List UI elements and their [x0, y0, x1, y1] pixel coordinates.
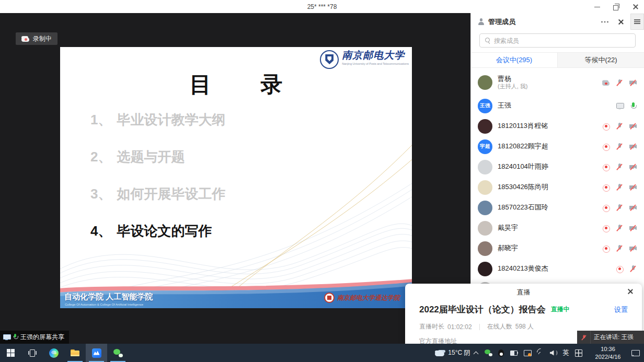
action-center-button[interactable]	[626, 344, 644, 362]
mic-off-icon[interactable]	[615, 163, 624, 171]
toc-item-number: 4、	[90, 222, 111, 240]
lang-indicator[interactable]: 英	[563, 348, 570, 357]
record-icon	[602, 183, 610, 192]
member-row[interactable]: 王强 王强	[471, 96, 644, 116]
members-panel-header: 管理成员	[471, 13, 644, 30]
share-label-text: 王强的屏幕共享	[20, 333, 64, 342]
member-row[interactable]: 18530426陈尚明	[471, 177, 644, 197]
mic-off-icon[interactable]	[629, 265, 637, 273]
member-status-icons	[592, 143, 637, 151]
avatar	[478, 160, 492, 174]
more-options-icon[interactable]	[601, 18, 609, 26]
mic-off-icon[interactable]	[615, 122, 624, 131]
clock-time: 10:36	[601, 345, 615, 353]
mic-on-icon[interactable]	[629, 102, 637, 110]
member-search-box[interactable]	[479, 33, 636, 48]
task-view-button[interactable]	[21, 344, 43, 362]
network-signal-icon[interactable]	[537, 350, 544, 356]
weather-widget[interactable]: 15°C 阴	[435, 344, 470, 362]
member-row[interactable]: 18240104叶雨婷	[471, 157, 644, 177]
record-icon	[602, 204, 610, 212]
cam-off-icon[interactable]	[629, 244, 637, 253]
search-icon	[485, 38, 491, 44]
member-status-icons	[592, 265, 637, 273]
tab-in-meeting[interactable]: 会议中(295)	[471, 53, 557, 67]
avatar	[478, 241, 492, 256]
mic-off-icon[interactable]	[615, 78, 624, 87]
close-panel-icon[interactable]	[617, 18, 624, 25]
member-row[interactable]: 18570223石国玲	[471, 197, 644, 218]
cam-off-icon[interactable]	[629, 78, 637, 87]
member-role: (主持人, 我)	[498, 83, 592, 90]
member-status-icons	[592, 122, 637, 131]
toc-item-number: 3、	[90, 185, 111, 203]
edge-browser-icon	[49, 348, 59, 358]
taskbar-clock[interactable]: 10:36 2022/4/16	[590, 344, 626, 362]
cam-off-icon[interactable]	[629, 183, 637, 192]
tencent-meeting-button[interactable]	[86, 344, 107, 362]
recording-badge: 录制中	[16, 32, 58, 45]
record-icon	[602, 143, 610, 151]
system-tray: 英	[474, 344, 587, 362]
toc-item-number: 1、	[90, 111, 111, 129]
cam-off-icon[interactable]	[629, 224, 637, 232]
cam-off-icon[interactable]	[629, 143, 637, 151]
person-icon	[477, 18, 485, 26]
speaking-indicator: 正在讲话: 王强	[577, 331, 644, 344]
member-row[interactable]: 戴昊宇	[471, 218, 644, 238]
member-row[interactable]: 郝晓宇	[471, 238, 644, 259]
weather-cloud-icon	[435, 350, 444, 356]
department-name: 自动化学院 人工智能学院	[64, 292, 153, 302]
screen-icon	[3, 334, 10, 340]
battery-icon[interactable]	[510, 351, 518, 355]
member-name: 曹杨	[498, 75, 592, 83]
member-name: 郝晓宇	[498, 244, 592, 252]
edge-browser-button[interactable]	[43, 344, 64, 362]
chevron-up-icon[interactable]	[474, 351, 479, 355]
member-status-icons	[592, 163, 637, 171]
members-panel-title: 管理成员	[488, 17, 515, 27]
windows-start-button[interactable]	[0, 344, 21, 362]
avatar	[478, 262, 492, 276]
avatar	[478, 221, 492, 236]
member-name: 18530426陈尚明	[498, 183, 592, 191]
display-share-icon[interactable]	[524, 350, 531, 356]
window-titlebar: 25* *** *78	[0, 0, 644, 13]
toc-item: 2、 选题与开题	[90, 148, 225, 166]
member-status-icons	[592, 224, 637, 232]
wechat-button[interactable]	[107, 344, 129, 362]
mic-off-icon[interactable]	[615, 143, 624, 151]
member-row[interactable]: 宇超 18120822顾宇超	[471, 136, 644, 157]
qq-tray-icon[interactable]	[498, 349, 504, 357]
file-explorer-button[interactable]	[64, 344, 86, 362]
muted-mic-icon	[580, 334, 587, 341]
speaker-icon[interactable]	[550, 350, 557, 356]
screen-share-area: 录制中	[0, 13, 470, 344]
live-duration-value: 01:02:02	[447, 323, 472, 331]
mic-off-icon[interactable]	[615, 183, 624, 192]
mic-off-icon[interactable]	[615, 204, 624, 212]
cam-off-icon[interactable]	[629, 204, 637, 212]
live-settings-link[interactable]: 设置	[614, 305, 628, 314]
ime-grid-icon[interactable]	[575, 349, 582, 357]
wechat-tray-icon[interactable]	[485, 349, 492, 356]
member-row[interactable]: 曹杨 (主持人, 我)	[471, 69, 644, 96]
record-icon	[602, 244, 610, 253]
live-close-icon[interactable]	[627, 288, 634, 295]
mic-off-icon[interactable]	[615, 244, 624, 253]
close-icon[interactable]	[631, 3, 639, 10]
college-seal-icon	[324, 293, 335, 303]
member-row[interactable]: 18120113肖程铭	[471, 116, 644, 136]
avatar	[478, 119, 492, 134]
university-name: 南京邮电大学	[342, 50, 409, 61]
member-search-input[interactable]	[494, 37, 630, 44]
member-row[interactable]: 18240213黄俊杰	[471, 259, 644, 279]
tab-waiting[interactable]: 等候中(22)	[557, 53, 644, 67]
panel-menu-button[interactable]	[630, 14, 644, 30]
minimize-icon[interactable]	[594, 3, 601, 10]
divider	[479, 324, 480, 330]
cam-off-icon[interactable]	[629, 163, 637, 171]
restore-icon[interactable]	[613, 3, 620, 10]
cam-off-icon[interactable]	[629, 122, 637, 131]
mic-off-icon[interactable]	[615, 224, 624, 232]
